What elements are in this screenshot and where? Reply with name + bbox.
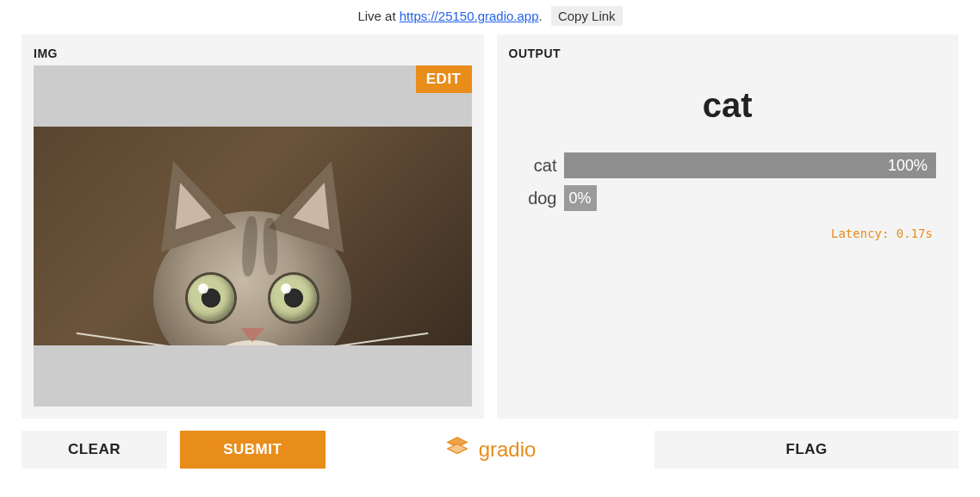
footer-row: CLEAR SUBMIT gradio FLAG [0, 419, 980, 469]
main-row: IMG EDIT [0, 34, 980, 419]
live-suffix: . [539, 9, 546, 23]
image-input[interactable]: EDIT [34, 65, 472, 407]
bar-pct: 0% [569, 189, 592, 208]
bar-label: cat [519, 156, 557, 176]
bar-label: dog [519, 189, 557, 208]
top-prediction: cat [519, 86, 937, 125]
live-prefix: Live at [357, 9, 399, 23]
bar-track: 0% [564, 185, 937, 211]
input-panel-label: IMG [34, 47, 472, 60]
gradio-logo-icon [444, 434, 470, 465]
latency-text: Latency: 0.17s [519, 227, 937, 240]
clear-button[interactable]: CLEAR [22, 431, 167, 469]
live-url-link[interactable]: https://25150.gradio.app [400, 9, 539, 23]
confidence-bar-row: cat 100% [519, 152, 937, 178]
edit-button[interactable]: EDIT [416, 65, 472, 93]
gradio-brand[interactable]: gradio [444, 434, 537, 465]
bar-fill: 100% [564, 152, 937, 178]
confidence-bar-row: dog 0% [519, 185, 937, 211]
output-panel-label: OUTPUT [509, 47, 947, 60]
gradio-brand-text: gradio [479, 438, 537, 462]
input-panel: IMG EDIT [22, 34, 484, 419]
bar-track: 100% [564, 152, 937, 178]
uploaded-image [34, 127, 472, 345]
output-panel: OUTPUT cat cat 100% dog 0% Laten [497, 34, 959, 419]
copy-link-button[interactable]: Copy Link [551, 6, 623, 26]
flag-button[interactable]: FLAG [654, 431, 958, 469]
bar-pct: 100% [888, 157, 927, 175]
live-url-bar: Live at https://25150.gradio.app. Copy L… [0, 0, 980, 34]
submit-button[interactable]: SUBMIT [180, 431, 326, 469]
bar-fill: 0% [564, 185, 597, 211]
